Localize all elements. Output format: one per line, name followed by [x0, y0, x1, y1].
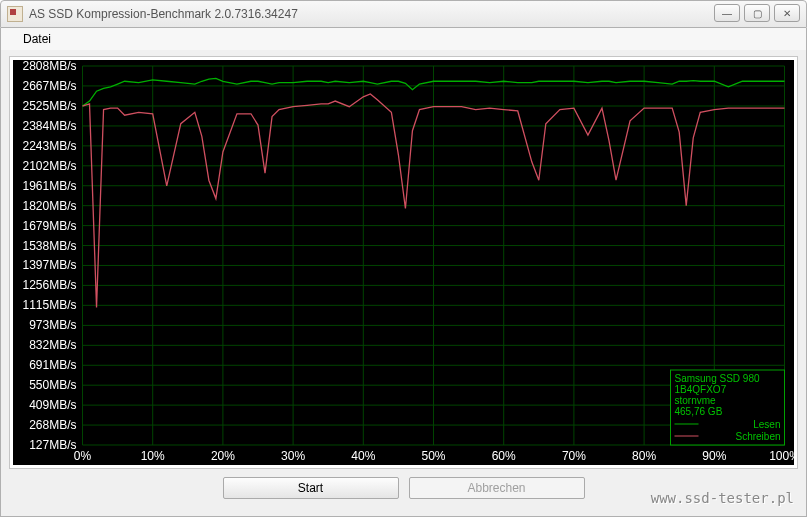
svg-text:2667MB/s: 2667MB/s [22, 79, 76, 93]
svg-text:1115MB/s: 1115MB/s [22, 298, 76, 312]
close-button[interactable]: ✕ [774, 4, 800, 22]
svg-text:1961MB/s: 1961MB/s [22, 179, 76, 193]
svg-text:2384MB/s: 2384MB/s [22, 119, 76, 133]
svg-text:973MB/s: 973MB/s [29, 318, 76, 332]
svg-text:2102MB/s: 2102MB/s [22, 159, 76, 173]
menu-file[interactable]: Datei [15, 30, 59, 48]
svg-text:1256MB/s: 1256MB/s [22, 278, 76, 292]
svg-text:1397MB/s: 1397MB/s [22, 258, 76, 272]
svg-text:1820MB/s: 1820MB/s [22, 199, 76, 213]
svg-text:268MB/s: 268MB/s [29, 418, 76, 432]
window-title: AS SSD Kompression-Benchmark 2.0.7316.34… [29, 7, 298, 21]
svg-text:50%: 50% [421, 449, 445, 463]
svg-text:20%: 20% [211, 449, 235, 463]
svg-text:Lesen: Lesen [753, 419, 780, 430]
svg-text:Samsung SSD 980: Samsung SSD 980 [675, 373, 760, 384]
svg-text:80%: 80% [632, 449, 656, 463]
svg-text:30%: 30% [281, 449, 305, 463]
titlebar: AS SSD Kompression-Benchmark 2.0.7316.34… [0, 0, 807, 28]
svg-text:2243MB/s: 2243MB/s [22, 139, 76, 153]
svg-text:691MB/s: 691MB/s [29, 358, 76, 372]
chart: 127MB/s268MB/s409MB/s550MB/s691MB/s832MB… [13, 60, 794, 465]
start-button[interactable]: Start [223, 477, 399, 499]
svg-text:465,76 GB: 465,76 GB [675, 406, 723, 417]
cancel-button: Abbrechen [409, 477, 585, 499]
content-area: 127MB/s268MB/s409MB/s550MB/s691MB/s832MB… [0, 50, 807, 517]
svg-text:832MB/s: 832MB/s [29, 338, 76, 352]
svg-text:550MB/s: 550MB/s [29, 378, 76, 392]
chart-frame: 127MB/s268MB/s409MB/s550MB/s691MB/s832MB… [9, 56, 798, 469]
window-controls: — ▢ ✕ [714, 4, 800, 22]
svg-text:60%: 60% [492, 449, 516, 463]
maximize-button[interactable]: ▢ [744, 4, 770, 22]
svg-text:40%: 40% [351, 449, 375, 463]
menubar: Datei [0, 28, 807, 50]
svg-text:2808MB/s: 2808MB/s [22, 60, 76, 73]
minimize-button[interactable]: — [714, 4, 740, 22]
svg-text:100%: 100% [769, 449, 794, 463]
svg-text:1679MB/s: 1679MB/s [22, 219, 76, 233]
svg-text:127MB/s: 127MB/s [29, 438, 76, 452]
svg-text:stornvme: stornvme [675, 395, 717, 406]
svg-text:70%: 70% [562, 449, 586, 463]
svg-text:10%: 10% [141, 449, 165, 463]
svg-text:90%: 90% [702, 449, 726, 463]
svg-text:2525MB/s: 2525MB/s [22, 99, 76, 113]
app-icon [7, 6, 23, 22]
svg-text:1B4QFXO7: 1B4QFXO7 [675, 384, 727, 395]
watermark: www.ssd-tester.pl [651, 490, 794, 506]
svg-text:0%: 0% [74, 449, 92, 463]
svg-text:409MB/s: 409MB/s [29, 398, 76, 412]
svg-text:Schreiben: Schreiben [735, 431, 780, 442]
chart-svg: 127MB/s268MB/s409MB/s550MB/s691MB/s832MB… [13, 60, 794, 465]
svg-text:1538MB/s: 1538MB/s [22, 239, 76, 253]
